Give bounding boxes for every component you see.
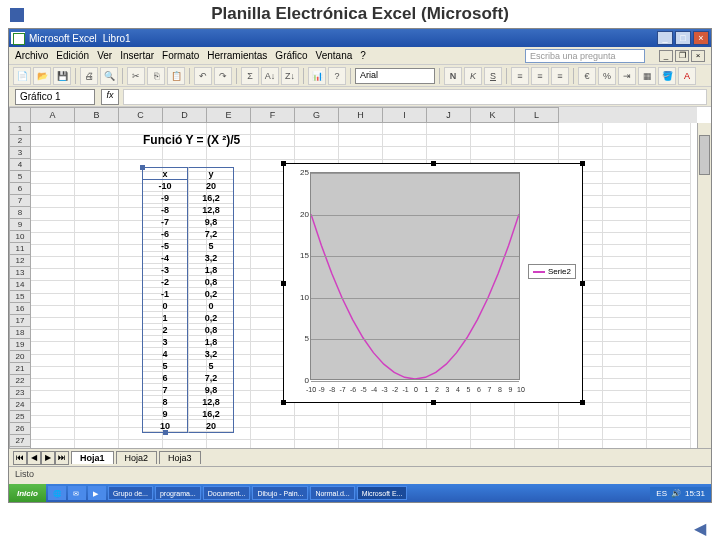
font-select[interactable]: Arial — [355, 68, 435, 84]
formula-input[interactable] — [123, 89, 707, 105]
open-icon[interactable]: 📂 — [33, 67, 51, 85]
row-header[interactable]: 6 — [9, 183, 31, 195]
col-header[interactable]: H — [339, 107, 383, 123]
quicklaunch-icon[interactable]: ▶ — [88, 486, 106, 500]
worksheet[interactable]: A B C D E F G H I J K L 1234567891011121… — [9, 107, 711, 467]
row-header[interactable]: 21 — [9, 363, 31, 375]
align-right-icon[interactable]: ≡ — [551, 67, 569, 85]
quicklaunch-icon[interactable]: ✉ — [68, 486, 86, 500]
taskbar-item[interactable]: Dibujo - Pain... — [252, 486, 308, 500]
tab-last-button[interactable]: ⏭ — [55, 451, 69, 465]
data-column-x[interactable]: x -10-9-8-7-6-5-4-3-2-1012345678910 — [142, 167, 188, 433]
row-header[interactable]: 17 — [9, 315, 31, 327]
row-header[interactable]: 24 — [9, 399, 31, 411]
paste-icon[interactable]: 📋 — [167, 67, 185, 85]
taskbar-item-active[interactable]: Microsoft E... — [357, 486, 408, 500]
taskbar-item[interactable]: Normal.d... — [310, 486, 354, 500]
maximize-button[interactable]: □ — [675, 31, 691, 45]
borders-icon[interactable]: ▦ — [638, 67, 656, 85]
row-header[interactable]: 26 — [9, 423, 31, 435]
menu-item[interactable]: Herramientas — [207, 50, 267, 61]
row-header[interactable]: 15 — [9, 291, 31, 303]
sort-desc-icon[interactable]: Z↓ — [281, 67, 299, 85]
fx-button[interactable]: fx — [101, 89, 119, 105]
sheet-tab[interactable]: Hoja1 — [71, 451, 114, 464]
sheet-tab[interactable]: Hoja3 — [159, 451, 201, 464]
taskbar-item[interactable]: programa... — [155, 486, 201, 500]
new-icon[interactable]: 📄 — [13, 67, 31, 85]
row-header[interactable]: 27 — [9, 435, 31, 447]
align-left-icon[interactable]: ≡ — [511, 67, 529, 85]
fillcolor-icon[interactable]: 🪣 — [658, 67, 676, 85]
row-header[interactable]: 2 — [9, 135, 31, 147]
row-header[interactable]: 4 — [9, 159, 31, 171]
language-indicator[interactable]: ES — [656, 489, 667, 498]
taskbar-item[interactable]: Grupo de... — [108, 486, 153, 500]
minimize-button[interactable]: _ — [657, 31, 673, 45]
row-header[interactable]: 1 — [9, 123, 31, 135]
name-box[interactable]: Gráfico 1 — [15, 89, 95, 105]
row-header[interactable]: 13 — [9, 267, 31, 279]
underline-icon[interactable]: S — [484, 67, 502, 85]
system-tray[interactable]: ES 🔊 15:31 — [650, 487, 711, 500]
row-header[interactable]: 3 — [9, 147, 31, 159]
col-header[interactable]: B — [75, 107, 119, 123]
fontcolor-icon[interactable]: A — [678, 67, 696, 85]
col-header[interactable]: D — [163, 107, 207, 123]
col-header[interactable]: E — [207, 107, 251, 123]
menu-item[interactable]: ? — [360, 50, 366, 61]
row-header[interactable]: 16 — [9, 303, 31, 315]
preview-icon[interactable]: 🔍 — [100, 67, 118, 85]
col-header[interactable]: K — [471, 107, 515, 123]
row-header[interactable]: 19 — [9, 339, 31, 351]
start-button[interactable]: Inicio — [9, 484, 46, 502]
embedded-chart[interactable]: 0510152025-10-9-8-7-6-5-4-3-2-1012345678… — [283, 163, 583, 403]
fill-handle[interactable] — [163, 430, 168, 435]
quicklaunch-icon[interactable]: 🌐 — [48, 486, 66, 500]
chart-plot-area[interactable]: 0510152025-10-9-8-7-6-5-4-3-2-1012345678… — [310, 172, 520, 380]
chart-icon[interactable]: 📊 — [308, 67, 326, 85]
doc-restore-button[interactable]: ❐ — [675, 50, 689, 62]
row-header[interactable]: 8 — [9, 207, 31, 219]
menu-item[interactable]: Ver — [97, 50, 112, 61]
row-header[interactable]: 11 — [9, 243, 31, 255]
col-header[interactable]: F — [251, 107, 295, 123]
row-header[interactable]: 18 — [9, 327, 31, 339]
col-header[interactable]: L — [515, 107, 559, 123]
col-header[interactable]: I — [383, 107, 427, 123]
doc-close-button[interactable]: × — [691, 50, 705, 62]
bold-icon[interactable]: N — [444, 67, 462, 85]
redo-icon[interactable]: ↷ — [214, 67, 232, 85]
row-header[interactable]: 10 — [9, 231, 31, 243]
tray-icon[interactable]: 🔊 — [671, 489, 681, 498]
data-column-y[interactable]: y 2016,212,89,87,253,21,80,80,200,20,81,… — [188, 167, 234, 433]
select-all-corner[interactable] — [9, 107, 31, 123]
row-header[interactable]: 12 — [9, 255, 31, 267]
menu-item[interactable]: Ventana — [316, 50, 353, 61]
scrollbar-thumb[interactable] — [699, 135, 710, 175]
menu-item[interactable]: Gráfico — [275, 50, 307, 61]
italic-icon[interactable]: K — [464, 67, 482, 85]
menu-item[interactable]: Insertar — [120, 50, 154, 61]
col-header[interactable]: C — [119, 107, 163, 123]
prev-slide-button[interactable]: ◀ — [694, 519, 706, 538]
vertical-scrollbar[interactable] — [697, 123, 711, 467]
chart-legend[interactable]: Serie2 — [528, 264, 576, 279]
sort-asc-icon[interactable]: A↓ — [261, 67, 279, 85]
copy-icon[interactable]: ⎘ — [147, 67, 165, 85]
row-header[interactable]: 22 — [9, 375, 31, 387]
menu-item[interactable]: Archivo — [15, 50, 48, 61]
close-button[interactable]: × — [693, 31, 709, 45]
col-header[interactable]: J — [427, 107, 471, 123]
row-header[interactable]: 25 — [9, 411, 31, 423]
row-header[interactable]: 23 — [9, 387, 31, 399]
row-header[interactable]: 20 — [9, 351, 31, 363]
sum-icon[interactable]: Σ — [241, 67, 259, 85]
currency-icon[interactable]: € — [578, 67, 596, 85]
undo-icon[interactable]: ↶ — [194, 67, 212, 85]
save-icon[interactable]: 💾 — [53, 67, 71, 85]
row-header[interactable]: 14 — [9, 279, 31, 291]
help-icon[interactable]: ? — [328, 67, 346, 85]
menu-item[interactable]: Formato — [162, 50, 199, 61]
tab-prev-button[interactable]: ◀ — [27, 451, 41, 465]
